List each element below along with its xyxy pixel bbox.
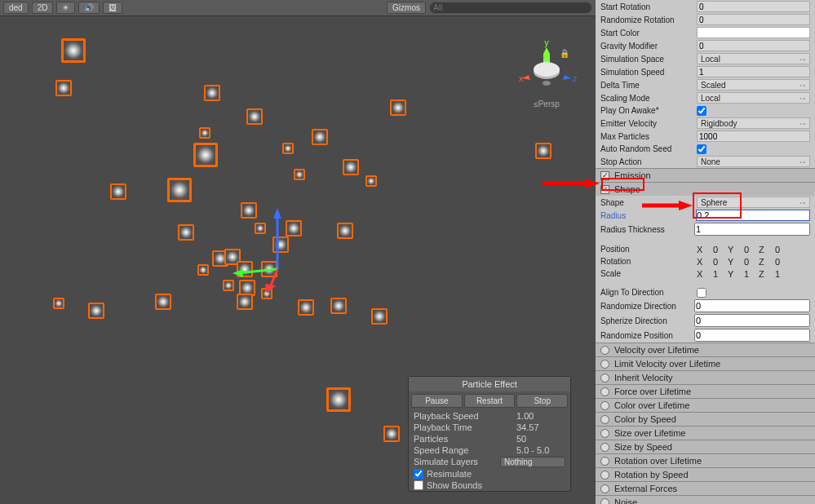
svg-marker-16 bbox=[679, 201, 693, 210]
svg-marker-14 bbox=[585, 179, 600, 188]
module-inherit-velocity[interactable]: Inherit Velocity bbox=[596, 370, 815, 384]
randomize-position-field[interactable] bbox=[694, 329, 810, 342]
stop-button[interactable]: Stop bbox=[516, 394, 568, 408]
audio-toggle[interactable]: 🔊 bbox=[78, 2, 100, 14]
particle-effect-title: Particle Effect bbox=[409, 377, 570, 391]
prop-stop-action: Stop ActionNone bbox=[596, 155, 815, 168]
scene-canvas[interactable]: 🔒 y x z ≤Persp Particle Effect Pause Res… bbox=[0, 16, 596, 504]
align-to-direction-checkbox[interactable] bbox=[697, 288, 706, 298]
svg-point-12 bbox=[543, 81, 551, 86]
restart-button[interactable]: Restart bbox=[464, 394, 516, 408]
mode-2d-button[interactable]: 2D bbox=[32, 2, 54, 14]
prop-start-rotation: Start Rotation bbox=[596, 0, 815, 13]
axis-y-label: y bbox=[544, 41, 549, 47]
gizmos-dropdown[interactable]: Gizmos bbox=[387, 2, 426, 14]
svg-marker-5 bbox=[265, 284, 276, 294]
prop-simulation-space: Simulation SpaceLocal bbox=[596, 52, 815, 65]
prop-max-particles: Max Particles bbox=[596, 130, 815, 143]
pause-button[interactable]: Pause bbox=[411, 394, 463, 408]
module-rotation-by-speed[interactable]: Rotation by Speed bbox=[596, 467, 815, 481]
lock-icon[interactable]: 🔒 bbox=[560, 49, 569, 58]
prop-start-color: Start Color bbox=[596, 26, 815, 39]
prop-simulation-speed: Simulation Speed bbox=[596, 65, 815, 78]
inspector-panel: Start RotationRandomize RotationStart Co… bbox=[596, 0, 815, 504]
annotation-arrow-2 bbox=[642, 200, 693, 213]
annotation-arrow-1 bbox=[543, 178, 600, 191]
module-color-over-lifetime[interactable]: Color over Lifetime bbox=[596, 398, 815, 412]
axis-z-label: z bbox=[573, 73, 578, 83]
light-toggle[interactable]: ☀ bbox=[56, 2, 75, 14]
scene-search-input[interactable] bbox=[429, 2, 592, 14]
resimulate-checkbox[interactable] bbox=[414, 469, 423, 479]
prop-gravity-modifier: Gravity Modifier bbox=[596, 39, 815, 52]
svg-marker-11 bbox=[563, 75, 571, 80]
prop-emitter-velocity: Emitter VelocityRigidbody bbox=[596, 117, 815, 130]
show-bounds-checkbox[interactable] bbox=[414, 480, 423, 490]
scene-viewport: ded 2D ☀ 🔊 🖼 Gizmos bbox=[0, 0, 596, 504]
module-velocity-over-lifetime[interactable]: Velocity over Lifetime bbox=[596, 343, 815, 356]
module-size-over-lifetime[interactable]: Size over Lifetime bbox=[596, 426, 815, 440]
shape-dropdown[interactable]: Sphere bbox=[697, 197, 810, 208]
module-limit-velocity-over-lifetime[interactable]: Limit Velocity over Lifetime bbox=[596, 356, 815, 370]
prop-scaling-mode: Scaling ModeLocal bbox=[596, 91, 815, 104]
module-noise[interactable]: Noise bbox=[596, 495, 815, 504]
fx-toggle[interactable]: 🖼 bbox=[103, 2, 122, 14]
svg-marker-10 bbox=[522, 75, 530, 80]
spherize-direction-field[interactable] bbox=[694, 314, 810, 327]
emission-module[interactable]: Emission bbox=[596, 168, 815, 182]
randomize-direction-field[interactable] bbox=[694, 299, 810, 312]
prop-randomize-rotation: Randomize Rotation bbox=[596, 13, 815, 26]
module-external-forces[interactable]: External Forces bbox=[596, 481, 815, 495]
radius-thickness-field[interactable] bbox=[694, 223, 810, 236]
module-rotation-over-lifetime[interactable]: Rotation over Lifetime bbox=[596, 453, 815, 467]
module-force-over-lifetime[interactable]: Force over Lifetime bbox=[596, 384, 815, 398]
scene-toolbar: ded 2D ☀ 🔊 🖼 Gizmos bbox=[0, 0, 596, 16]
nav-gizmo[interactable]: 🔒 y x z ≤Persp bbox=[514, 41, 579, 114]
svg-marker-6 bbox=[543, 47, 550, 54]
svg-point-9 bbox=[534, 62, 560, 77]
shaded-dropdown[interactable]: ded bbox=[3, 2, 29, 14]
module-color-by-speed[interactable]: Color by Speed bbox=[596, 412, 815, 426]
svg-marker-1 bbox=[273, 208, 281, 219]
module-size-by-speed[interactable]: Size by Speed bbox=[596, 440, 815, 453]
prop-delta-time: Delta TimeScaled bbox=[596, 78, 815, 91]
shape-module[interactable]: Shape bbox=[596, 182, 815, 196]
axis-x-label: x bbox=[519, 73, 524, 83]
particle-effect-panel: Particle Effect Pause Restart Stop Playb… bbox=[408, 376, 571, 492]
prop-auto-random-seed: Auto Random Seed bbox=[596, 143, 815, 155]
prop-play-on-awake-: Play On Awake* bbox=[596, 104, 815, 117]
persp-label[interactable]: ≤Persp bbox=[514, 99, 579, 108]
svg-marker-3 bbox=[233, 269, 243, 277]
radius-field[interactable] bbox=[696, 210, 810, 221]
simulate-layers-dropdown[interactable]: Nothing bbox=[500, 457, 565, 467]
